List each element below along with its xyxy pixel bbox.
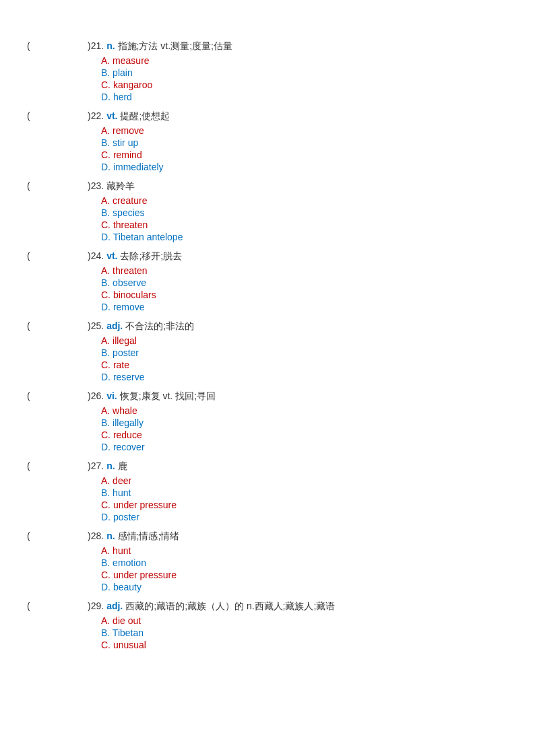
option-item: D. reserve (101, 372, 508, 382)
option-item: A. measure (101, 55, 508, 66)
question-header-line: ()25.adj. 不合法的;非法的 (27, 320, 508, 333)
question-label: n. (106, 530, 115, 541)
left-bracket: ( (27, 460, 47, 471)
option-item: D. herd (101, 92, 508, 102)
left-bracket: ( (27, 40, 47, 51)
option-item: C. remind (101, 149, 508, 160)
left-bracket: ( (27, 390, 47, 401)
question-block: ()25.adj. 不合法的;非法的A. illegalB. posterC. … (27, 320, 508, 382)
options-list: A. measureB. plainC. kangarooD. herd (101, 55, 508, 102)
question-label: vt. (106, 250, 117, 261)
options-list: A. die outB. TibetanC. unusual (101, 615, 508, 650)
left-bracket: ( (27, 320, 47, 331)
question-header-line: ()26.vi. 恢复;康复 vt. 找回;寻回 (27, 390, 508, 403)
question-header-line: ()23.藏羚羊 (27, 180, 508, 193)
options-list: A. whaleB. illegallyC. reduceD. recover (101, 405, 508, 452)
question-header-line: ()28.n. 感情;情感;情绪 (27, 530, 508, 543)
question-header-line: ()29.adj. 西藏的;藏语的;藏族（人）的 n.西藏人;藏族人;藏语 (27, 600, 508, 613)
question-block: ()29.adj. 西藏的;藏语的;藏族（人）的 n.西藏人;藏族人;藏语A. … (27, 600, 508, 650)
option-item: A. threaten (101, 265, 508, 276)
question-text: 感情;情感;情绪 (118, 530, 180, 543)
option-item: D. Tibetan antelope (101, 232, 508, 242)
option-item: A. deer (101, 475, 508, 486)
question-number: )27. (88, 460, 104, 471)
option-item: C. under pressure (101, 570, 508, 580)
option-item: C. under pressure (101, 500, 508, 510)
question-text: 西藏的;藏语的;藏族（人）的 n.西藏人;藏族人;藏语 (125, 600, 335, 613)
option-item: B. observe (101, 277, 508, 288)
question-block: ()24.vt. 去除;移开;脱去A. threatenB. observeC.… (27, 250, 508, 312)
question-label: adj. (106, 600, 123, 611)
question-header-line: ()27.n. 鹿 (27, 460, 508, 473)
question-block: ()21.n. 指施;方法 vt.测量;度量;估量A. measureB. pl… (27, 40, 508, 102)
question-text: 藏羚羊 (106, 180, 135, 193)
options-list: A. removeB. stir upC. remindD. immediate… (101, 125, 508, 172)
question-header-line: ()21.n. 指施;方法 vt.测量;度量;估量 (27, 40, 508, 53)
option-item: A. hunt (101, 545, 508, 556)
option-item: B. species (101, 207, 508, 218)
question-header-line: ()22.vt. 提醒;使想起 (27, 110, 508, 123)
question-number: )26. (88, 390, 104, 401)
option-item: C. binoculars (101, 289, 508, 300)
question-text: 不合法的;非法的 (125, 320, 194, 333)
question-number: )28. (88, 530, 104, 541)
options-list: A. threatenB. observeC. binocularsD. rem… (101, 265, 508, 312)
options-list: A. illegalB. posterC. rateD. reserve (101, 335, 508, 382)
question-number: )25. (88, 320, 104, 331)
question-number: )29. (88, 600, 104, 611)
question-text: 恢复;康复 vt. 找回;寻回 (120, 390, 216, 403)
left-bracket: ( (27, 600, 47, 611)
option-item: C. reduce (101, 429, 508, 440)
option-item: B. Tibetan (101, 627, 508, 638)
question-block: ()27.n. 鹿A. deerB. huntC. under pressure… (27, 460, 508, 522)
question-label: vi. (106, 390, 117, 401)
option-item: D. recover (101, 442, 508, 452)
option-item: B. illegally (101, 417, 508, 428)
option-item: C. kangaroo (101, 79, 508, 90)
left-bracket: ( (27, 110, 47, 121)
question-text: 鹿 (118, 460, 127, 473)
option-item: B. emotion (101, 557, 508, 568)
option-item: B. hunt (101, 487, 508, 498)
option-item: D. beauty (101, 582, 508, 592)
option-item: D. remove (101, 302, 508, 312)
question-label: vt. (106, 110, 117, 121)
option-item: A. illegal (101, 335, 508, 346)
left-bracket: ( (27, 180, 47, 191)
options-list: A. deerB. huntC. under pressureD. poster (101, 475, 508, 522)
left-bracket: ( (27, 250, 47, 261)
question-number: )24. (88, 250, 104, 261)
question-number: )22. (88, 110, 104, 121)
option-item: B. poster (101, 347, 508, 358)
question-block: ()22.vt. 提醒;使想起A. removeB. stir upC. rem… (27, 110, 508, 172)
question-block: ()28.n. 感情;情感;情绪A. huntB. emotionC. unde… (27, 530, 508, 592)
question-label: n. (106, 460, 115, 471)
option-item: A. die out (101, 615, 508, 626)
question-block: ()23.藏羚羊A. creatureB. speciesC. threaten… (27, 180, 508, 242)
question-text: 指施;方法 vt.测量;度量;估量 (118, 40, 232, 53)
question-number: )23. (88, 180, 104, 191)
option-item: C. rate (101, 359, 508, 370)
options-list: A. huntB. emotionC. under pressureD. bea… (101, 545, 508, 592)
option-item: C. threaten (101, 219, 508, 230)
option-item: A. whale (101, 405, 508, 416)
option-item: C. unusual (101, 640, 508, 650)
options-list: A. creatureB. speciesC. threatenD. Tibet… (101, 195, 508, 242)
option-item: D. immediately (101, 162, 508, 172)
option-item: B. plain (101, 67, 508, 78)
question-label: n. (106, 40, 115, 51)
option-item: D. poster (101, 512, 508, 522)
question-list: ()21.n. 指施;方法 vt.测量;度量;估量A. measureB. pl… (27, 40, 508, 650)
question-block: ()26.vi. 恢复;康复 vt. 找回;寻回A. whaleB. illeg… (27, 390, 508, 452)
question-number: )21. (88, 40, 104, 51)
question-header-line: ()24.vt. 去除;移开;脱去 (27, 250, 508, 263)
question-text: 提醒;使想起 (120, 110, 170, 123)
question-label: adj. (106, 320, 123, 331)
option-item: A. remove (101, 125, 508, 136)
question-text: 去除;移开;脱去 (120, 250, 182, 263)
option-item: A. creature (101, 195, 508, 206)
option-item: B. stir up (101, 137, 508, 148)
left-bracket: ( (27, 530, 47, 541)
